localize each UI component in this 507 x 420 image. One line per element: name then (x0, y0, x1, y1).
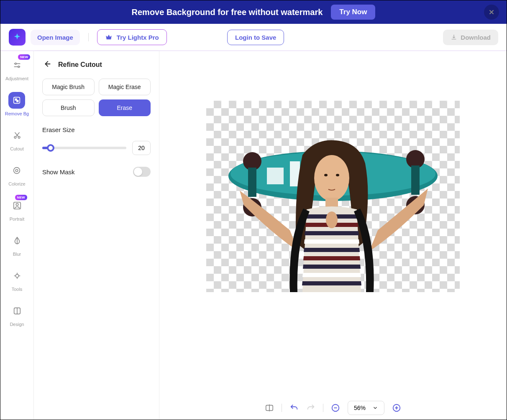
close-icon (488, 8, 495, 16)
rail-item-remove-bg[interactable]: Remove Bg (5, 92, 29, 116)
zoom-in-icon (392, 403, 401, 412)
slider-thumb[interactable] (47, 144, 54, 152)
chevron-down-icon (372, 405, 378, 411)
canvas-area: 56% (159, 51, 507, 420)
svg-rect-22 (411, 165, 420, 195)
svg-point-8 (16, 169, 18, 172)
svg-point-25 (336, 174, 339, 176)
zoom-select[interactable]: 56% (348, 401, 384, 415)
tool-erase[interactable]: Erase (99, 99, 151, 116)
svg-point-0 (15, 63, 16, 65)
svg-rect-16 (267, 168, 284, 184)
zoom-out-icon (331, 403, 340, 412)
download-label: Download (461, 34, 491, 41)
canvas[interactable] (206, 101, 460, 292)
colorize-icon (12, 166, 21, 175)
download-button[interactable]: Download (443, 30, 498, 45)
rail-item-adjustment[interactable]: NEW Adjustment (5, 57, 28, 81)
topbar: Open Image Try Lightx Pro Login to Save … (0, 24, 507, 51)
rail-item-tools[interactable]: Tools (9, 267, 26, 292)
svg-rect-21 (248, 168, 256, 197)
adjustment-icon (13, 61, 22, 70)
svg-point-23 (314, 155, 349, 201)
eraser-size-value[interactable]: 20 (132, 141, 151, 155)
rail-item-colorize[interactable]: Colorize (8, 162, 25, 186)
back-button[interactable] (42, 59, 51, 70)
redo-icon (306, 403, 315, 412)
eraser-size-label: Eraser Size (42, 126, 151, 133)
svg-rect-26 (325, 198, 338, 207)
rail-label: Adjustment (5, 76, 28, 81)
svg-point-9 (16, 204, 18, 206)
design-icon (13, 306, 22, 316)
svg-point-24 (324, 174, 328, 176)
cutout-subject (206, 101, 460, 292)
portrait-icon (13, 201, 22, 210)
open-image-button[interactable]: Open Image (31, 30, 80, 45)
undo-icon (289, 403, 299, 412)
arrow-left-icon (42, 59, 51, 69)
scissors-icon (13, 131, 22, 140)
banner-text: Remove Background for free without water… (132, 8, 323, 17)
new-badge: NEW (15, 195, 27, 200)
svg-point-11 (15, 274, 18, 277)
login-to-save-button[interactable]: Login to Save (227, 30, 284, 45)
undo-button[interactable] (289, 403, 299, 412)
bottom-toolbar: 56% (159, 396, 507, 420)
app-logo[interactable] (9, 29, 26, 46)
rail-item-portrait[interactable]: NEW Portrait (9, 197, 26, 221)
settings-panel: Refine Cutout Magic Brush Magic Erase Br… (34, 51, 159, 420)
close-banner-button[interactable] (484, 5, 499, 20)
rail-label: Design (10, 322, 24, 327)
blur-icon (13, 236, 22, 245)
compare-button[interactable] (265, 403, 274, 412)
compare-icon (265, 403, 274, 412)
svg-rect-4 (17, 100, 18, 102)
svg-point-27 (326, 211, 338, 228)
svg-point-1 (18, 66, 19, 68)
try-pro-label: Try Lightx Pro (117, 34, 159, 41)
main-area: NEW Adjustment Remove Bg Cutout Colorize… (0, 51, 507, 420)
rail-label: Cutout (10, 146, 23, 151)
rail-item-blur[interactable]: Blur (9, 232, 26, 257)
show-mask-label: Show Mask (42, 168, 75, 176)
try-pro-button[interactable]: Try Lightx Pro (97, 29, 167, 45)
download-icon (451, 34, 457, 41)
svg-point-5 (14, 136, 16, 138)
eraser-size-slider[interactable] (42, 147, 126, 149)
divider (88, 33, 89, 41)
pro-icon (105, 33, 113, 41)
tool-magic-brush[interactable]: Magic Brush (42, 79, 95, 95)
remove-bg-icon (12, 96, 21, 105)
rail-label: Blur (13, 252, 21, 257)
new-badge: NEW (18, 54, 30, 60)
tools-icon (13, 271, 22, 280)
tool-rail: NEW Adjustment Remove Bg Cutout Colorize… (0, 51, 34, 420)
redo-button[interactable] (306, 403, 315, 412)
sparkle-icon (13, 33, 22, 42)
show-mask-toggle[interactable] (133, 167, 151, 177)
promo-banner: Remove Background for free without water… (0, 0, 507, 24)
zoom-in-button[interactable] (392, 403, 401, 412)
rail-item-design[interactable]: Design (9, 303, 26, 327)
svg-point-6 (18, 136, 20, 138)
panel-title: Refine Cutout (58, 61, 102, 69)
toggle-thumb (134, 168, 142, 176)
zoom-out-button[interactable] (331, 403, 340, 412)
rail-label: Colorize (8, 181, 25, 186)
tool-magic-erase[interactable]: Magic Erase (99, 79, 151, 95)
rail-item-cutout[interactable]: Cutout (9, 127, 26, 151)
rail-label: Remove Bg (5, 111, 29, 116)
zoom-value: 56% (354, 405, 366, 411)
tool-brush[interactable]: Brush (42, 99, 95, 116)
svg-point-7 (14, 168, 20, 174)
try-now-button[interactable]: Try Now (331, 5, 375, 20)
rail-label: Tools (12, 287, 23, 292)
rail-label: Portrait (10, 216, 24, 221)
